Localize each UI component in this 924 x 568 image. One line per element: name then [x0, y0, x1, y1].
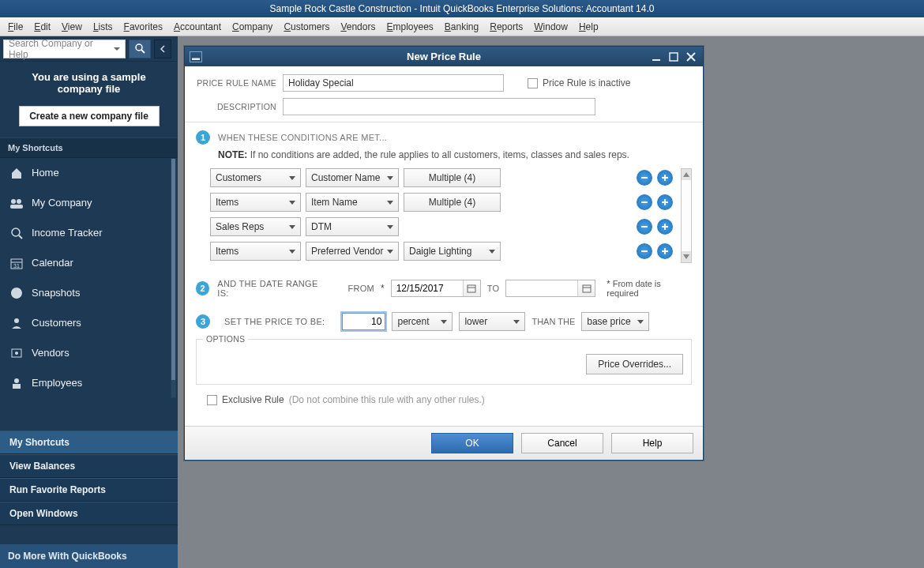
- scrollbar-thumb[interactable]: [171, 159, 175, 380]
- price-base-select[interactable]: base price: [581, 312, 649, 331]
- footer-open-windows[interactable]: Open Windows: [0, 502, 178, 525]
- price-unit-select[interactable]: percent: [392, 312, 453, 331]
- menu-vendors[interactable]: Vendors: [340, 21, 375, 32]
- description-input[interactable]: [283, 98, 595, 115]
- sidebar-item-income-tracker[interactable]: Income Tracker: [0, 218, 178, 248]
- remove-condition-button[interactable]: [637, 170, 652, 186]
- svg-rect-15: [192, 58, 200, 60]
- menu-bar: FileEditViewListsFavoritesAccountantComp…: [0, 17, 924, 36]
- price-rule-name-input[interactable]: [283, 74, 504, 92]
- calendar-icon: [582, 284, 592, 293]
- add-condition-button[interactable]: [657, 243, 673, 259]
- search-placeholder: Search Company or Help: [9, 38, 114, 60]
- add-condition-button[interactable]: [657, 219, 673, 235]
- menu-employees[interactable]: Employees: [386, 21, 433, 32]
- sidebar-item-vendors[interactable]: Vendors: [0, 338, 178, 368]
- price-amount-input[interactable]: [342, 313, 385, 330]
- menu-reports[interactable]: Reports: [490, 21, 523, 32]
- search-input[interactable]: Search Company or Help: [3, 39, 126, 58]
- calendar-icon: 31: [9, 256, 24, 270]
- maximize-button[interactable]: [668, 51, 679, 62]
- collapse-sidebar-button[interactable]: [154, 39, 171, 58]
- footer-my-shortcuts[interactable]: My Shortcuts: [0, 431, 178, 454]
- new-price-rule-window: New Price Rule PRICE RULE NAME Price Rul…: [184, 46, 704, 461]
- price-overrides-button[interactable]: Price Overrides...: [586, 354, 683, 374]
- footer-view-balances[interactable]: View Balances: [0, 454, 178, 478]
- do-more-section[interactable]: Do More With QuickBooks: [0, 544, 178, 568]
- remove-condition-button[interactable]: [637, 194, 652, 210]
- menu-favorites[interactable]: Favorites: [124, 21, 163, 32]
- remove-condition-button[interactable]: [637, 219, 652, 235]
- menu-file[interactable]: File: [8, 21, 23, 32]
- price-direction-select[interactable]: lower: [459, 312, 525, 331]
- condition-entity-select[interactable]: Customers: [210, 168, 301, 187]
- menu-company[interactable]: Company: [232, 21, 272, 32]
- window-menu-icon[interactable]: [190, 51, 202, 62]
- create-company-button[interactable]: Create a new company file: [19, 106, 160, 126]
- condition-row: ItemsPreferred VendorDaigle Lighting: [210, 242, 678, 261]
- menu-banking[interactable]: Banking: [445, 21, 479, 32]
- add-condition-button[interactable]: [657, 170, 673, 186]
- home-icon: [9, 166, 24, 180]
- condition-attribute-select[interactable]: Preferred Vendor: [306, 242, 399, 261]
- to-date-input[interactable]: [506, 280, 577, 296]
- sidebar-item-customers[interactable]: Customers: [0, 308, 178, 338]
- condition-attribute-select[interactable]: Customer Name: [306, 168, 399, 187]
- cancel-button[interactable]: Cancel: [521, 433, 603, 453]
- search-button[interactable]: [129, 39, 151, 58]
- condition-attribute-select[interactable]: Item Name: [306, 193, 399, 212]
- remove-condition-button[interactable]: [637, 243, 652, 259]
- sidebar-item-my-company[interactable]: My Company: [0, 188, 178, 218]
- description-label: DESCRIPTION: [196, 102, 283, 111]
- sidebar-item-home[interactable]: Home: [0, 158, 178, 188]
- sidebar-item-calendar[interactable]: 31Calendar: [0, 248, 178, 278]
- menu-help[interactable]: Help: [579, 21, 599, 32]
- condition-value-select[interactable]: Daigle Lighting: [404, 242, 501, 261]
- app-title: Sample Rock Castle Construction - Intuit…: [270, 3, 655, 14]
- to-calendar-button[interactable]: [577, 280, 595, 296]
- exclusive-rule-checkbox[interactable]: [207, 395, 217, 405]
- sidebar-item-label: Calendar: [32, 257, 73, 269]
- from-date-input[interactable]: [392, 280, 463, 296]
- condition-entity-select[interactable]: Items: [210, 242, 301, 261]
- window-title-bar: New Price Rule: [185, 47, 703, 66]
- scrollbar-thumb[interactable]: [682, 180, 691, 251]
- inactive-checkbox[interactable]: [528, 78, 538, 88]
- menu-view[interactable]: View: [62, 21, 82, 32]
- svg-point-3: [17, 199, 21, 204]
- ok-button[interactable]: OK: [431, 433, 513, 453]
- calendar-icon: [467, 284, 476, 293]
- menu-customers[interactable]: Customers: [284, 21, 329, 32]
- svg-point-12: [15, 352, 18, 355]
- sidebar-scrollbar[interactable]: [171, 158, 176, 398]
- scroll-up-arrow[interactable]: [682, 169, 691, 180]
- sidebar-item-snapshots[interactable]: Snapshots: [0, 278, 178, 308]
- set-price-label: SET THE PRICE TO BE:: [224, 317, 325, 326]
- inactive-checkbox-row: Price Rule is inactive: [528, 77, 630, 88]
- conditions-scrollbar[interactable]: [681, 168, 692, 263]
- menu-edit[interactable]: Edit: [34, 21, 51, 32]
- condition-attribute-select[interactable]: DTM: [306, 217, 399, 236]
- scroll-down-arrow[interactable]: [682, 251, 691, 262]
- condition-row: Sales RepsDTM: [210, 217, 678, 236]
- dropdown-caret-icon: [114, 47, 120, 51]
- help-button[interactable]: Help: [611, 433, 693, 453]
- condition-value-button[interactable]: Multiple (4): [404, 168, 501, 187]
- menu-lists[interactable]: Lists: [93, 21, 113, 32]
- add-condition-button[interactable]: [657, 194, 673, 210]
- menu-window[interactable]: Window: [534, 21, 568, 32]
- sidebar-item-label: Income Tracker: [32, 227, 103, 239]
- svg-line-6: [19, 235, 22, 239]
- chevron-down-icon: [387, 225, 393, 229]
- condition-value-button[interactable]: Multiple (4): [404, 193, 501, 212]
- sidebar-item-employees[interactable]: Employees: [0, 368, 178, 398]
- minimize-button[interactable]: [651, 51, 662, 62]
- chevron-down-icon: [387, 250, 393, 254]
- close-button[interactable]: [685, 51, 697, 62]
- menu-accountant[interactable]: Accountant: [174, 21, 221, 32]
- condition-entity-select[interactable]: Items: [210, 193, 301, 212]
- condition-entity-select[interactable]: Sales Reps: [210, 217, 301, 236]
- footer-run-favorite-reports[interactable]: Run Favorite Reports: [0, 478, 178, 502]
- from-calendar-button[interactable]: [463, 280, 480, 296]
- svg-rect-36: [583, 285, 591, 292]
